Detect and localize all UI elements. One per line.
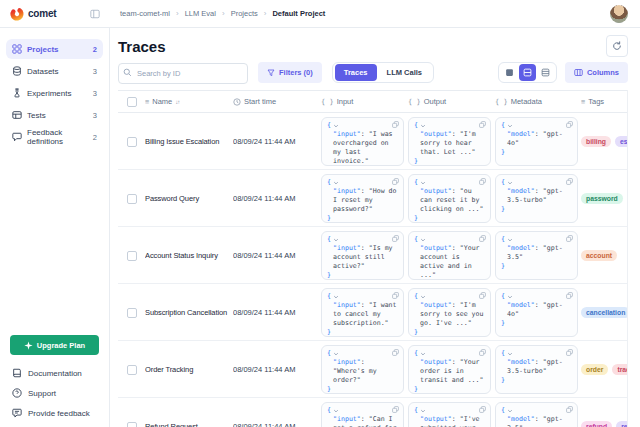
input-json-cell[interactable]: {"input": "How do I reset my password?"} (321, 174, 404, 223)
output-json-cell[interactable]: {"output": "I'm sorry to see you go. I'v… (408, 288, 491, 337)
copy-icon[interactable] (479, 349, 486, 356)
sidebar-item-feedback-definitions[interactable]: Feedback definitions 2 (6, 127, 103, 147)
metadata-json-cell[interactable]: {"model": "gpt-3.5"} (495, 402, 578, 427)
sidebar-item-documentation[interactable]: Documentation (0, 363, 109, 383)
copy-icon[interactable] (392, 349, 399, 356)
chevron-down-icon[interactable] (507, 351, 513, 357)
output-json-cell[interactable]: {"output": "ou can reset it by clicking … (408, 174, 491, 223)
sidebar-item-experiments[interactable]: Experiments 3 (6, 83, 103, 103)
col-header-tags[interactable]: ≡ Tags (581, 97, 627, 106)
chevron-down-icon[interactable] (420, 180, 426, 186)
sidebar-item-provide-feedback[interactable]: Provide feedback (0, 403, 109, 423)
row-checkbox[interactable] (127, 365, 137, 375)
input-json-cell[interactable]: {"input": "Is my account still active?"} (321, 231, 404, 280)
chevron-down-icon[interactable] (420, 123, 426, 129)
copy-icon[interactable] (392, 178, 399, 185)
tag-badge[interactable]: tracking (612, 364, 627, 375)
chevron-down-icon[interactable] (333, 237, 339, 243)
copy-icon[interactable] (566, 349, 573, 356)
tag-badge[interactable]: password (581, 193, 623, 204)
sidebar-item-datasets[interactable]: Datasets 3 (6, 61, 103, 81)
comet-logo[interactable]: comet (10, 7, 56, 21)
metadata-json-cell[interactable]: {"model": "gpt-3.5"} (495, 231, 578, 280)
output-json-cell[interactable]: {"output": "I'm sorry to hear that. Let … (408, 117, 491, 166)
copy-icon[interactable] (566, 121, 573, 128)
input-json-cell[interactable]: {"input": "I was overcharged on my last … (321, 117, 404, 166)
copy-icon[interactable] (479, 292, 486, 299)
row-checkbox[interactable] (127, 422, 137, 427)
copy-icon[interactable] (479, 121, 486, 128)
table-row[interactable]: Refund Request08/09/24 11:44 AM{"input":… (118, 398, 627, 427)
refresh-button[interactable] (606, 35, 628, 57)
table-row[interactable]: Subscription Cancellation08/09/24 11:44 … (118, 284, 627, 341)
density-compact-button[interactable] (501, 64, 518, 81)
tab-traces[interactable]: Traces (335, 64, 377, 81)
input-json-cell[interactable]: {"input": "I want to cancel my subscript… (321, 288, 404, 337)
tag-badge[interactable]: account (581, 250, 617, 261)
filters-button[interactable]: Filters (0) (258, 62, 322, 83)
chevron-down-icon[interactable] (333, 123, 339, 129)
tag-badge[interactable]: cancellation (581, 307, 627, 318)
tab-llm-calls[interactable]: LLM Calls (378, 64, 431, 81)
chevron-down-icon[interactable] (420, 351, 426, 357)
chevron-down-icon[interactable] (507, 180, 513, 186)
col-header-input[interactable]: { } Input (321, 97, 408, 106)
table-row[interactable]: Password Query08/09/24 11:44 AM{"input":… (118, 170, 627, 227)
input-json-cell[interactable]: {"input": "Where's my order?"} (321, 345, 404, 394)
table-row[interactable]: Billing Issue Escalation08/09/24 11:44 A… (118, 113, 627, 170)
copy-icon[interactable] (566, 178, 573, 185)
sidebar-item-tests[interactable]: Tests 3 (6, 105, 103, 125)
output-json-cell[interactable]: {"output": "Your account is active and i… (408, 231, 491, 280)
chevron-down-icon[interactable] (333, 408, 339, 414)
chevron-down-icon[interactable] (420, 294, 426, 300)
columns-button[interactable]: Columns (565, 62, 628, 83)
copy-icon[interactable] (566, 235, 573, 242)
chevron-down-icon[interactable] (333, 180, 339, 186)
copy-icon[interactable] (479, 235, 486, 242)
row-checkbox[interactable] (127, 137, 137, 147)
copy-icon[interactable] (479, 406, 486, 413)
sidebar-item-projects[interactable]: Projects 2 (6, 39, 103, 59)
copy-icon[interactable] (392, 292, 399, 299)
chevron-down-icon[interactable] (420, 408, 426, 414)
table-row[interactable]: Account Status Inquiry08/09/24 11:44 AM{… (118, 227, 627, 284)
col-header-metadata[interactable]: { } Metadata (495, 97, 581, 106)
collapse-sidebar-icon[interactable] (90, 9, 100, 19)
user-avatar[interactable] (610, 5, 628, 23)
tag-badge[interactable]: escalation (615, 136, 627, 147)
chevron-down-icon[interactable] (333, 294, 339, 300)
copy-icon[interactable] (392, 406, 399, 413)
copy-icon[interactable] (392, 121, 399, 128)
col-header-name[interactable]: ≡ Name ↓↑ (145, 97, 233, 106)
output-json-cell[interactable]: {"output": "I've submitted your refund r… (408, 402, 491, 427)
copy-icon[interactable] (392, 235, 399, 242)
density-large-button[interactable] (537, 64, 554, 81)
metadata-json-cell[interactable]: {"model": "gpt-3.5-turbo"} (495, 345, 578, 394)
chevron-down-icon[interactable] (507, 123, 513, 129)
breadcrumb-section[interactable]: LLM Eval (185, 9, 216, 18)
metadata-json-cell[interactable]: {"model": "gpt-4o"} (495, 288, 578, 337)
metadata-json-cell[interactable]: {"model": "gpt-3.5-turbo"} (495, 174, 578, 223)
density-medium-button[interactable] (519, 64, 536, 81)
tag-badge[interactable]: refund (581, 421, 612, 427)
chevron-down-icon[interactable] (333, 351, 339, 357)
chevron-down-icon[interactable] (507, 237, 513, 243)
tag-badge[interactable]: billing (581, 136, 611, 147)
search-input[interactable] (118, 63, 248, 84)
col-header-start-time[interactable]: Start time (233, 97, 321, 106)
row-checkbox[interactable] (127, 194, 137, 204)
breadcrumb-projects[interactable]: Projects (231, 9, 258, 18)
breadcrumb-workspace[interactable]: team-comet-ml (120, 9, 170, 18)
copy-icon[interactable] (479, 178, 486, 185)
input-json-cell[interactable]: {"input": "Can I get a refund for my las… (321, 402, 404, 427)
chevron-down-icon[interactable] (507, 294, 513, 300)
col-header-output[interactable]: { } Output (408, 97, 495, 106)
tag-badge[interactable]: order (581, 364, 608, 375)
upgrade-plan-button[interactable]: Upgrade Plan (10, 335, 99, 355)
copy-icon[interactable] (566, 406, 573, 413)
copy-icon[interactable] (566, 292, 573, 299)
sort-icon[interactable]: ↓↑ (175, 99, 179, 105)
chevron-down-icon[interactable] (507, 408, 513, 414)
output-json-cell[interactable]: {"output": "Your order is in transit and… (408, 345, 491, 394)
table-row[interactable]: Order Tracking08/09/24 11:44 AM{"input":… (118, 341, 627, 398)
